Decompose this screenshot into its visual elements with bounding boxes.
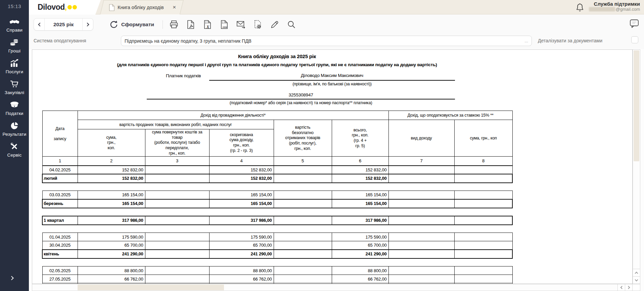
sidebar-expand-chevron-icon[interactable] xyxy=(10,275,17,282)
table-gap-row xyxy=(42,208,512,216)
horizontal-scrollbar[interactable] xyxy=(32,284,633,291)
document-subtitle: (для платників єдиного податку першої і … xyxy=(42,62,512,67)
tax-number: 3255308947 xyxy=(147,92,455,97)
app-window: 15:13 Справи Гроші Послуги xyxy=(0,0,644,291)
sidebar-item-hroshi[interactable]: Гроші xyxy=(0,35,29,56)
header-sum: сума, грн., коп. xyxy=(78,129,145,157)
support-email-domain: @gmail.com xyxy=(616,7,640,12)
support-account[interactable]: Служба підтримки @gmail.com xyxy=(576,1,640,13)
toolbar-divider xyxy=(163,20,163,29)
print-icon[interactable] xyxy=(169,20,179,29)
table-gap-row xyxy=(42,258,512,266)
document-settings-icon[interactable] xyxy=(253,20,263,29)
previous-period-button[interactable] xyxy=(34,18,45,30)
table-row: березень165 154,00165 154,00165 154,00 xyxy=(42,199,512,208)
detail-by-documents-checkbox[interactable] xyxy=(631,36,638,43)
search-icon[interactable] xyxy=(287,20,296,29)
payer-underline xyxy=(209,80,455,81)
period-selector: 2025 рік xyxy=(34,18,93,31)
table-row: 04.02.2025152 832,00152 832,00152 832,00 xyxy=(42,166,512,174)
export-pdf-icon[interactable] xyxy=(186,20,195,29)
payer-label: Платник податків xyxy=(166,73,201,78)
tab-income-ledger[interactable]: Книга обліку доходів × xyxy=(100,0,184,14)
report-sheet: Книга обліку доходів за 2025 рік (для пл… xyxy=(32,49,633,284)
export-excel-icon[interactable]: X xyxy=(203,20,212,29)
sidebar-item-rezultaty[interactable]: Результати xyxy=(0,118,29,139)
payer-hint: (прізвище, ім'я, по батькові (за наявнос… xyxy=(209,82,455,86)
payer-name: Діловодо Максим Максимович xyxy=(209,73,455,78)
header-income-kind: вид доходу xyxy=(388,120,454,157)
header-returned: сума повернутих коштів за товар (роботи,… xyxy=(145,129,209,157)
detail-by-documents-label: Деталізувати за документами xyxy=(538,38,602,43)
table-row: 1 квартал317 986,00317 986,00317 986,00 xyxy=(42,216,512,225)
sidebar-item-label: Сервіс xyxy=(7,153,22,158)
logo-dot xyxy=(73,5,77,9)
generate-report-button[interactable]: Сформувати xyxy=(109,18,154,31)
pie-chart-icon xyxy=(10,121,19,131)
sidebar-item-podatky[interactable]: Податки xyxy=(0,97,29,118)
sidebar-item-label: Закупівлі xyxy=(5,90,24,95)
notifications-bell-icon[interactable] xyxy=(576,3,584,13)
top-header-bar: Книга обліку доходів × Dilovod, Служба п… xyxy=(29,0,644,14)
vertical-scrollbar-thumb[interactable] xyxy=(634,50,639,161)
tax-system-label: Система оподаткування xyxy=(34,38,86,43)
header-goods: вартість проданих товарів, виконаних роб… xyxy=(78,120,274,129)
sidebar-item-label: Послуги xyxy=(6,69,23,74)
handshake-icon xyxy=(9,16,19,27)
sidebar-item-label: Справи xyxy=(6,28,22,33)
tax-system-picker-ellipsis[interactable]: ... xyxy=(522,38,528,43)
officer-cap-icon xyxy=(9,100,19,110)
tax-system-input[interactable]: Підприємець на єдиному податку, 3 група,… xyxy=(121,36,532,46)
column-numbers-row: 1 2 3 4 5 6 7 8 xyxy=(42,157,512,166)
tax-number-hint: (податковий номер* або серія (за наявнос… xyxy=(147,100,455,105)
sidebar-item-servis[interactable]: Сервіс xyxy=(0,139,29,160)
table-row: 01.04.2025175 590,00175 590,00175 590,00 xyxy=(42,233,512,241)
app-logo[interactable]: Dilovod, xyxy=(29,0,101,14)
sidebar-item-spravy[interactable]: Справи xyxy=(0,14,29,35)
tax-system-value: Підприємець на єдиному податку, 3 група,… xyxy=(125,38,522,44)
edit-icon[interactable] xyxy=(270,20,279,29)
chat-icon[interactable] xyxy=(629,19,639,29)
header-free-goods: вартість безоплатно отриманих товарів (р… xyxy=(274,120,332,157)
support-title: Служба підтримки xyxy=(589,1,640,7)
sidebar: 15:13 Справи Гроші Послуги xyxy=(0,0,29,291)
scroll-up-icon[interactable] xyxy=(633,269,640,276)
logo-dot xyxy=(67,5,72,9)
scroll-down-icon[interactable] xyxy=(633,276,640,284)
refresh-icon xyxy=(109,20,118,29)
header-adjusted: скоригована сума доходу, грн., коп. (гр.… xyxy=(209,129,274,157)
send-email-icon[interactable] xyxy=(236,20,246,29)
sidebar-item-label: Податки xyxy=(5,111,23,116)
vertical-scrollbar[interactable] xyxy=(633,49,640,284)
table-gap-row xyxy=(42,183,512,191)
scroll-left-icon[interactable] xyxy=(617,284,625,291)
clock: 15:13 xyxy=(0,3,29,9)
svg-text:X: X xyxy=(206,24,210,29)
scroll-right-icon[interactable] xyxy=(625,284,632,291)
table-row: 27.05.202566 762,0066 762,0066 762,00 xyxy=(42,275,512,283)
filter-row: Система оподаткування Підприємець на єди… xyxy=(29,34,644,49)
table-row: лютий152 832,00152 832,00152 832,00 xyxy=(42,174,512,183)
tab-title: Книга обліку доходів xyxy=(118,5,168,10)
period-label[interactable]: 2025 рік xyxy=(45,18,82,30)
header-sum-15: сума, грн., коп xyxy=(454,120,512,157)
scrollbar-corner xyxy=(633,284,640,291)
table-header-row: Дата запису Дохід від провадження діяльн… xyxy=(42,111,512,120)
coins-icon xyxy=(10,37,19,47)
header-date: Дата запису xyxy=(42,111,78,157)
sidebar-item-posluhy[interactable]: Послуги xyxy=(0,56,29,77)
next-period-button[interactable] xyxy=(82,18,93,30)
sidebar-nav: Справи Гроші Послуги Закупівлі xyxy=(0,14,29,160)
cart-icon xyxy=(10,79,19,89)
header-15-percent-group: Дохід, що оподатковується за ставкою 15%… xyxy=(388,111,512,120)
header-income-group: Дохід від провадження діяльності* xyxy=(78,111,388,120)
tools-icon xyxy=(10,141,19,152)
document-title: Книга обліку доходів за 2025 рік xyxy=(42,53,512,59)
table-header-row: вартість проданих товарів, виконаних роб… xyxy=(42,120,512,129)
table-row: 30.04.202565 700,0065 700,0065 700,00 xyxy=(42,241,512,250)
table-row: квітень241 290,00241 290,00241 290,00 xyxy=(42,250,512,258)
export-csv-icon[interactable]: csv xyxy=(220,20,229,29)
sidebar-item-zakupivli[interactable]: Закупівлі xyxy=(0,77,29,97)
close-tab-icon[interactable]: × xyxy=(171,4,177,11)
horizontal-scrollbar-thumb[interactable] xyxy=(78,285,224,290)
